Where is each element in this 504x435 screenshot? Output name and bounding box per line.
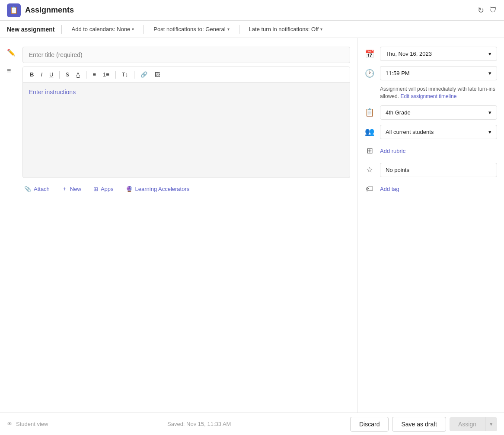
students-icon: 👥	[364, 127, 375, 137]
logo-icon: 📋	[10, 6, 18, 14]
title-input[interactable]	[22, 47, 350, 63]
assign-button-group: Assign ▾	[450, 417, 497, 431]
paperclip-icon: 📎	[24, 186, 31, 192]
post-notifications-label: Post notifications to: General	[153, 26, 225, 32]
students-row: 👥 All current students ▾	[364, 125, 497, 139]
toolbar-divider-3	[239, 25, 239, 34]
editor-divider-2	[86, 71, 86, 79]
highlight-button[interactable]: A̲	[73, 70, 83, 79]
points-row: ☆ No points	[364, 163, 497, 177]
footer-left: 👁 Student view	[7, 421, 48, 427]
apps-label: Apps	[101, 186, 114, 192]
paragraph-style-button[interactable]: T↕	[119, 70, 131, 79]
chevron-down-icon-2: ▾	[227, 27, 230, 32]
left-icons: ✏️ ≡	[7, 47, 16, 404]
add-to-calendars-button[interactable]: Add to calendars: None ▾	[69, 24, 137, 34]
chevron-down-icon-students: ▾	[488, 129, 491, 135]
bold-button[interactable]: B	[27, 70, 36, 79]
grade-level-label: 4th Grade	[386, 109, 411, 116]
rubric-icon: ⊞	[364, 146, 375, 156]
toolbar-divider-2	[144, 25, 144, 34]
apps-button[interactable]: ⊞ Apps	[92, 184, 115, 194]
attach-label: Attach	[34, 186, 50, 192]
underline-button[interactable]: U	[47, 70, 56, 79]
link-button[interactable]: 🔗	[138, 70, 150, 79]
students-select[interactable]: All current students ▾	[380, 125, 497, 139]
editor-body[interactable]: Enter instructions	[23, 83, 350, 178]
strikethrough-button[interactable]: S̶	[63, 70, 72, 79]
chevron-down-icon: ▾	[132, 27, 134, 32]
accelerators-icon: 🔮	[126, 186, 133, 192]
add-tag-button[interactable]: Add tag	[380, 182, 497, 196]
refresh-icon[interactable]: ↻	[478, 6, 484, 15]
attach-bar: 📎 Attach ＋ New ⊞ Apps 🔮 Learning Acceler…	[22, 181, 350, 194]
list-icon: ≡	[7, 67, 16, 75]
student-view-label[interactable]: Student view	[16, 421, 48, 427]
points-label: No points	[386, 167, 409, 173]
editor-divider-4	[134, 71, 134, 79]
due-time-select[interactable]: 11:59 PM ▾	[380, 66, 497, 80]
left-content: B I U S̶ A̲ ≡ 1≡ T↕ 🔗 🖼 Ent	[22, 47, 350, 404]
toolbar-divider-1	[61, 25, 62, 34]
editor-divider-1	[59, 71, 60, 79]
grade-level-row: 📋 4th Grade ▾	[364, 105, 497, 120]
points-select[interactable]: No points	[380, 163, 497, 177]
due-date-label: Thu, Nov 16, 2023	[386, 51, 432, 57]
editor-container: B I U S̶ A̲ ≡ 1≡ T↕ 🔗 🖼 Ent	[22, 67, 350, 178]
instructions-placeholder: Enter instructions	[29, 89, 76, 95]
due-date-row: 📅 Thu, Nov 16, 2023 ▾	[364, 47, 497, 61]
shield-icon[interactable]: 🛡	[489, 6, 497, 15]
late-turn-in-label: Late turn in notifications: Off	[249, 26, 319, 32]
tag-row: 🏷 Add tag	[364, 182, 497, 196]
due-time-label: 11:59 PM	[386, 70, 410, 76]
learning-accelerators-label: Learning Accelerators	[135, 186, 190, 192]
right-panel: 📅 Thu, Nov 16, 2023 ▾ 🕐 11:59 PM ▾ Assig…	[357, 38, 504, 413]
bullet-list-button[interactable]: ≡	[90, 70, 99, 79]
add-rubric-label: Add rubric	[380, 148, 405, 154]
students-label: All current students	[386, 129, 434, 135]
editor-toolbar: B I U S̶ A̲ ≡ 1≡ T↕ 🔗 🖼	[23, 67, 350, 83]
learning-accelerators-button[interactable]: 🔮 Learning Accelerators	[124, 184, 191, 194]
tag-icon: 🏷	[364, 184, 375, 194]
plus-icon: ＋	[62, 185, 67, 193]
due-date-select[interactable]: Thu, Nov 16, 2023 ▾	[380, 47, 497, 61]
add-to-calendars-label: Add to calendars: None	[71, 26, 130, 32]
pencil-icon: ✏️	[7, 48, 16, 57]
late-turn-in-button[interactable]: Late turn in notifications: Off ▾	[246, 24, 325, 34]
footer-right: Discard Save as draft Assign ▾	[350, 417, 497, 432]
main-content: ✏️ ≡ B I U S̶ A̲ ≡ 1≡ T↕	[0, 38, 504, 413]
clock-icon: 🕐	[364, 69, 375, 78]
eye-icon: 👁	[7, 421, 13, 427]
add-rubric-button[interactable]: Add rubric	[380, 144, 497, 158]
app-title: Assignments	[25, 6, 74, 15]
new-label: New	[70, 186, 81, 192]
calendar-icon: 📅	[364, 49, 375, 59]
assignment-note: Assignment will post immediately with la…	[380, 86, 497, 100]
header-icons: ↻ 🛡	[478, 6, 497, 15]
new-button[interactable]: ＋ New	[60, 183, 83, 194]
footer: 👁 Student view Saved: Nov 15, 11:33 AM D…	[0, 413, 504, 435]
chevron-down-icon-date: ▾	[488, 51, 491, 57]
star-icon: ☆	[364, 165, 375, 175]
footer-saved: Saved: Nov 15, 11:33 AM	[48, 421, 350, 427]
attach-button[interactable]: 📎 Attach	[22, 184, 51, 194]
editor-divider-3	[115, 71, 116, 79]
numbered-list-button[interactable]: 1≡	[100, 70, 112, 79]
chevron-down-icon-time: ▾	[488, 70, 491, 76]
post-notifications-button[interactable]: Post notifications to: General ▾	[151, 24, 232, 34]
discard-button[interactable]: Discard	[350, 417, 389, 432]
italic-button[interactable]: I	[38, 70, 45, 79]
toolbar: New assignment Add to calendars: None ▾ …	[0, 21, 504, 38]
left-panel: ✏️ ≡ B I U S̶ A̲ ≡ 1≡ T↕	[0, 38, 357, 413]
header: 📋 Assignments ↻ 🛡	[0, 0, 504, 21]
due-time-row: 🕐 11:59 PM ▾	[364, 66, 497, 80]
new-assignment-label: New assignment	[7, 26, 54, 33]
edit-timeline-link[interactable]: Edit assignment timeline	[400, 93, 456, 99]
assign-button[interactable]: Assign	[450, 417, 485, 431]
save-draft-button[interactable]: Save as draft	[392, 417, 446, 432]
assign-dropdown-arrow[interactable]: ▾	[485, 417, 497, 431]
add-tag-label: Add tag	[380, 186, 399, 192]
grade-level-select[interactable]: 4th Grade ▾	[380, 105, 497, 120]
app-logo: 📋	[7, 3, 21, 17]
image-button[interactable]: 🖼	[152, 70, 163, 79]
